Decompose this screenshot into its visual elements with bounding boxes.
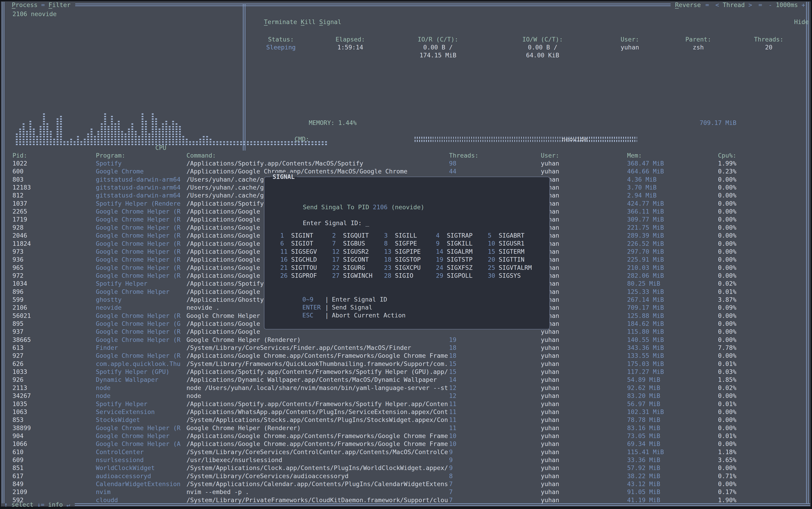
cpu-graph-column (46, 122, 48, 145)
detail-status: Status:Sleeping (258, 20, 304, 67)
signal-id: 20 (488, 256, 499, 264)
interval-minus-button[interactable]: - (769, 1, 772, 9)
table-row[interactable]: 926Dynamic Wallpaper/Applications/Dynami… (0, 376, 812, 384)
signal-id: 8 (384, 239, 395, 247)
cell-pid: 904 (12, 432, 24, 440)
cell-mem: 117.27 MiB (627, 368, 664, 376)
cell-command: nvim --embed -p . (186, 488, 449, 496)
table-row[interactable]: 38665Google Chrome Helper (RGoogle Chrom… (0, 336, 812, 344)
menu-reverse[interactable]: Reverse (675, 1, 701, 9)
signal-option: 16SIGCHLD (280, 256, 317, 264)
cell-mem: 83.16 MiB (627, 424, 660, 432)
cpu-graph-column (128, 128, 130, 145)
menu-sep-icon: = (41, 1, 45, 9)
table-row[interactable]: 1035Spotify Helper/Applications/Spotify.… (0, 400, 812, 408)
cell-cpu: 0.00% (718, 183, 736, 191)
signal-name: SIGFPE (395, 240, 417, 247)
signal-name: SIGTERM (499, 248, 524, 255)
table-row[interactable]: 600Google Chrome/Applications/Google Chr… (0, 167, 812, 175)
cell-mem: 115.80 MiB (627, 328, 664, 336)
signal-option: 9SIGKILL (436, 239, 473, 247)
arrow-up-icon: ↑ (4, 501, 8, 509)
cell-mem: 366.11 MiB (627, 207, 664, 215)
thread-prev-icon[interactable]: < (715, 1, 719, 9)
cell-program: Google Chrome Helper (R (96, 424, 185, 432)
cell-program: gitstatusd-darwin-arm64 (96, 183, 185, 191)
table-row[interactable]: 2113nodenode /Users/yuhan/.local/share/n… (0, 384, 812, 392)
cell-cpu: 0.00% (718, 215, 736, 223)
table-row[interactable]: 927Google Chrome Helper (R/Applications/… (0, 352, 812, 360)
menu-process[interactable]: Process (12, 1, 38, 9)
cell-mem: 424.77 MiB (627, 200, 664, 207)
signal-id: 1 (280, 232, 291, 239)
signal-id: 10 (488, 239, 499, 247)
thread-next-icon[interactable]: > (748, 1, 752, 9)
table-row[interactable]: 849CalendarWidgetExtension/System/Applic… (0, 480, 812, 488)
cell-cpu: 0.00% (718, 312, 736, 320)
menu-thread[interactable]: Thread (723, 1, 745, 9)
cell-mem: 56.97 MiB (627, 400, 660, 408)
cpu-graph-column (60, 115, 62, 145)
cell-user: yuhan (541, 408, 559, 416)
signal-option: 25SIGVTALRM (488, 264, 532, 272)
cpu-graph-column (30, 120, 31, 145)
table-row[interactable]: 626com.apple.quicklook.Thu/System/Librar… (0, 360, 812, 368)
signal-id: 4 (436, 232, 447, 239)
table-row[interactable]: 1063ServiceExtension/Applications/WhatsA… (0, 408, 812, 416)
cell-program: Spotify Helper (Rendere (96, 200, 185, 207)
table-row[interactable]: 1022Spotify/Applications/Spotify.app/Con… (0, 159, 812, 167)
cell-mem: 709.17 MiB (627, 304, 664, 311)
cell-cpu: 0.09% (718, 304, 736, 311)
cpu-graph-column (169, 125, 171, 145)
memory-value: 709.17 MiB (700, 119, 737, 127)
cell-program: ControlCenter (96, 448, 185, 456)
cell-program: Google Chrome (96, 167, 185, 175)
table-row[interactable]: 609nsurlsessiond/usr/libexec/nsurlsessio… (0, 456, 812, 464)
cell-program: com.apple.quicklook.Thu (96, 360, 185, 368)
table-row[interactable]: 851WorldClockWidget/System/Applications/… (0, 464, 812, 472)
signal-name: SIGALRM (447, 248, 473, 255)
cell-user: yuhan (541, 376, 559, 384)
table-row[interactable]: 34267nodenode12yuhan83.20 MiB0.00% (0, 392, 812, 400)
cell-pid: 38665 (12, 336, 31, 344)
cpu-graph-column (114, 122, 116, 145)
header-cpu: Cpu%: (718, 151, 736, 159)
interval-plus-button[interactable]: + (802, 1, 805, 9)
cpu-graph-column (165, 120, 167, 145)
cell-threads: 19 (449, 336, 456, 344)
cpu-history-graph (16, 111, 329, 145)
signal-option: 14SIGALRM (436, 247, 473, 256)
cell-pid: 1037 (12, 200, 27, 207)
cell-cpu: 0.00% (718, 224, 736, 232)
table-row[interactable]: 38899Google Chrome Helper (RGoogle Chrom… (0, 424, 812, 432)
cell-program: Google Chrome Helper (96, 432, 185, 440)
cell-cpu: 0.00% (718, 240, 736, 247)
cell-command: /System/Library/CoreServices/ControlCent… (186, 448, 449, 456)
table-row[interactable]: 617audioaccessoryd/System/Library/CoreSe… (0, 472, 812, 480)
cell-program: Google Chrome Helper (R (96, 240, 185, 247)
table-row[interactable]: 1066Google Chrome Helper (A/Applications… (0, 440, 812, 448)
cell-pid: 38899 (12, 424, 31, 432)
cell-pid: 2109 (12, 488, 27, 496)
cell-pid: 927 (12, 352, 24, 360)
table-row[interactable]: 2109nvimnvim --embed -p .7yuhan91.05 MiB… (0, 488, 812, 496)
cell-threads: 18 (449, 344, 456, 352)
cell-cpu: 0.02% (718, 384, 736, 392)
cell-pid: 972 (12, 272, 24, 279)
cell-cpu: 0.00% (718, 320, 736, 328)
table-row[interactable]: 853StocksWidget/System/Applications/Stoc… (0, 416, 812, 424)
cell-user: yuhan (541, 440, 559, 448)
table-row[interactable]: 613Finder/System/Library/CoreServices/Fi… (0, 344, 812, 352)
cell-cpu: 0.00% (718, 416, 736, 424)
cpu-graph-column (111, 115, 113, 145)
table-row[interactable]: 1033Spotify Helper (GPU)/Applications/Sp… (0, 368, 812, 376)
cell-mem: 69.34 MiB (627, 440, 660, 448)
cell-pid: 1022 (12, 159, 27, 167)
signal-name: SIGIOT (291, 240, 313, 247)
table-row[interactable]: 610ControlCenter/System/Library/CoreServ… (0, 448, 812, 456)
signal-option: 19SIGTSTP (436, 256, 473, 264)
cell-program: Google Chrome Helper (R (96, 264, 185, 272)
cell-pid: 56021 (12, 312, 31, 320)
menu-filter[interactable]: Filter (48, 1, 71, 9)
table-row[interactable]: 904Google Chrome Helper/Applications/Goo… (0, 432, 812, 440)
